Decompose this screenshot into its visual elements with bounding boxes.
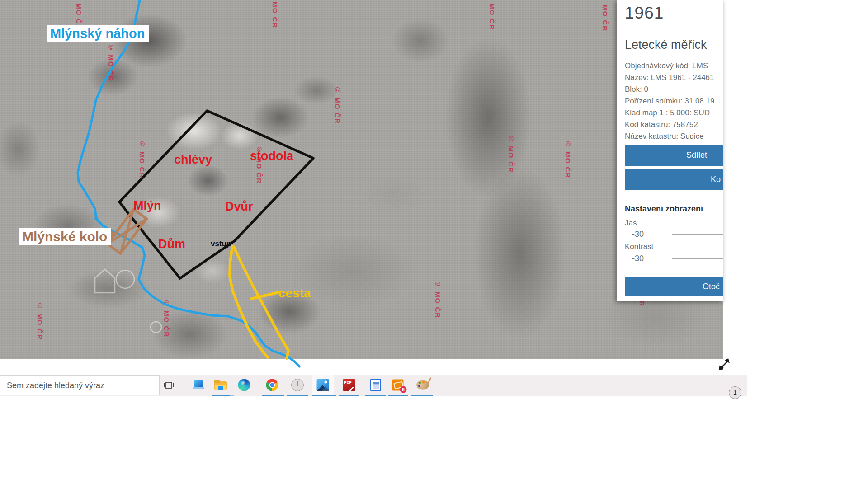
label-mill: Mlýn bbox=[133, 199, 161, 213]
open-app-indicator bbox=[339, 395, 359, 396]
panel-year: 1961 bbox=[625, 4, 723, 23]
taskbar-icon-paint[interactable] bbox=[412, 375, 434, 395]
share-button[interactable]: Sdílet bbox=[625, 145, 723, 166]
seal-badge-icon bbox=[291, 379, 304, 391]
search-input[interactable] bbox=[0, 375, 160, 395]
label-barn: stodola bbox=[250, 149, 293, 163]
open-app-indicator bbox=[388, 395, 408, 396]
brightness-label: Jas bbox=[625, 219, 637, 228]
meta-block: Blok: 0 bbox=[625, 84, 723, 95]
open-app-indicator bbox=[230, 395, 234, 396]
taskbar-icon-writer[interactable] bbox=[365, 375, 387, 395]
label-cowsheds: chlévy bbox=[174, 153, 212, 167]
folder-icon bbox=[214, 380, 227, 390]
brightness-value: -30 bbox=[632, 230, 644, 239]
info-panel: 1961 Letecké měřick Objednávkový kód: LM… bbox=[617, 0, 723, 301]
laptop-icon bbox=[193, 380, 204, 389]
label-mill-race: Mlýnský náhon bbox=[47, 25, 149, 42]
copyright-watermark: © MO ČR bbox=[434, 280, 442, 319]
panel-title: Letecké měřick bbox=[625, 38, 723, 52]
open-app-indicator bbox=[287, 395, 308, 396]
meta-name: Název: LMS 1961 - 24461 bbox=[625, 72, 723, 84]
edge-browser-icon bbox=[238, 379, 250, 391]
label-house: Dům bbox=[158, 237, 185, 251]
notification-badge: 1 bbox=[729, 386, 741, 399]
copyright-watermark: © MO ČR bbox=[507, 135, 515, 173]
label-road: cesta bbox=[278, 286, 311, 300]
meta-order-code: Objednávkový kód: LMS bbox=[625, 60, 723, 72]
taskbar-icon-edge[interactable] bbox=[233, 375, 255, 395]
orange-app-icon: 6 bbox=[392, 379, 404, 390]
contrast-label: Kontrast bbox=[625, 242, 653, 251]
chrome-browser-icon bbox=[266, 379, 278, 391]
label-entrance: vstup bbox=[211, 239, 231, 249]
meta-map-sheet: Klad map 1 : 5 000: SUD bbox=[625, 107, 723, 119]
taskbar-icon-chrome[interactable] bbox=[261, 375, 283, 395]
taskbar-icon-photos[interactable] bbox=[312, 375, 334, 395]
open-app-indicator bbox=[312, 395, 336, 396]
panel-metadata: Objednávkový kód: LMS Název: LMS 1961 - … bbox=[625, 60, 723, 142]
open-app-indicator bbox=[262, 395, 284, 396]
taskbar-icon-seal[interactable] bbox=[287, 375, 308, 395]
meta-cadastre-code: Kód katastru: 758752 bbox=[625, 119, 723, 131]
taskbar: PDF 6 bbox=[0, 375, 747, 396]
paint-palette-icon bbox=[416, 380, 429, 389]
taskbar-icon-file-explorer[interactable] bbox=[210, 375, 231, 395]
taskbar-icon-orange-app[interactable]: 6 bbox=[387, 375, 409, 395]
copyright-watermark: © MO ČR bbox=[107, 43, 115, 82]
display-settings-heading: Nastavení zobrazení bbox=[625, 204, 703, 214]
buy-button[interactable]: Ko bbox=[625, 169, 723, 190]
copyright-watermark: © MO ČR bbox=[564, 140, 572, 178]
label-courtyard: Dvůr bbox=[225, 200, 253, 214]
screen: © MO ČR © MO ČR © MO ČR © MO ČR © MO ČR … bbox=[0, 0, 868, 488]
open-app-indicator bbox=[365, 395, 386, 396]
contrast-slider[interactable] bbox=[672, 258, 723, 259]
copyright-watermark: © MO ČR bbox=[334, 86, 341, 124]
copyright-watermark: © MO ČR bbox=[36, 302, 44, 340]
taskbar-icon-pdf[interactable]: PDF bbox=[338, 375, 360, 395]
open-app-indicator bbox=[411, 395, 433, 396]
brightness-slider[interactable] bbox=[672, 234, 723, 235]
copyright-watermark: © MO ČR bbox=[163, 299, 170, 338]
contrast-value: -30 bbox=[632, 254, 644, 263]
copyright-watermark: © MO ČR bbox=[601, 0, 609, 32]
expand-diagonal-icon[interactable] bbox=[718, 357, 731, 371]
meta-date: Pořízení snímku: 31.08.19 bbox=[625, 95, 723, 107]
task-view-icon[interactable] bbox=[164, 381, 175, 390]
notification-count-badge: 6 bbox=[400, 386, 407, 393]
copyright-watermark: © MO ČR bbox=[488, 0, 496, 30]
brightness-slider-row: -30 bbox=[632, 230, 644, 239]
document-app-icon bbox=[370, 379, 381, 391]
copyright-watermark: © MO ČR bbox=[271, 0, 279, 28]
contrast-slider-row: -30 bbox=[632, 254, 644, 263]
pdf-editor-icon: PDF bbox=[343, 379, 355, 391]
aerial-map[interactable]: © MO ČR © MO ČR © MO ČR © MO ČR © MO ČR … bbox=[0, 0, 723, 359]
open-app-indicator bbox=[212, 395, 230, 396]
photos-app-icon bbox=[317, 379, 329, 391]
rotate-button[interactable]: Otoč bbox=[625, 277, 723, 296]
meta-cadastre-name: Název katastru: Sudice bbox=[625, 131, 723, 142]
taskbar-icon-laptop[interactable] bbox=[188, 375, 209, 395]
copyright-watermark: © MO ČR bbox=[138, 140, 146, 178]
label-mill-wheel: Mlýnské kolo bbox=[19, 228, 111, 245]
